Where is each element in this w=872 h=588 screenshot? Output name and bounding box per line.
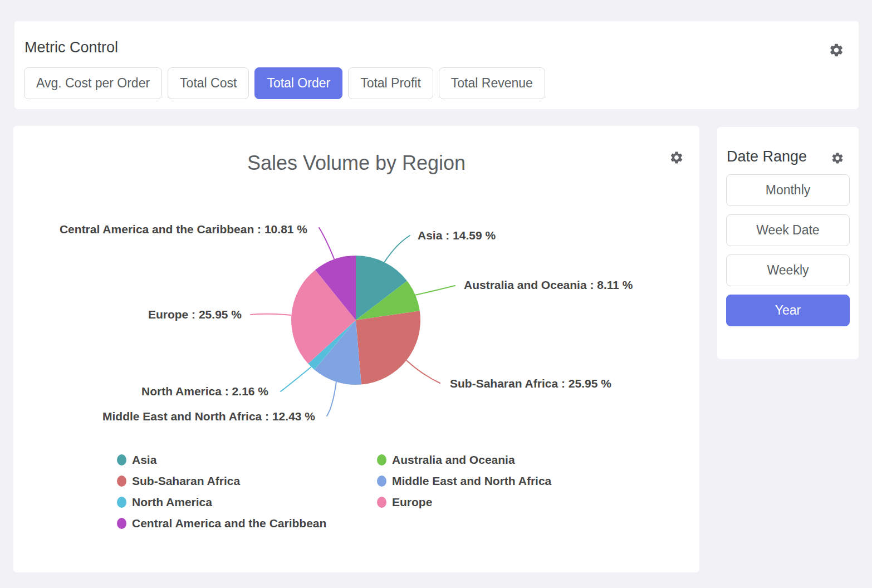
metric-button-group: Avg. Cost per Order Total Cost Total Ord…	[24, 67, 545, 99]
pie-label-europe: Europe : 25.95 %	[148, 308, 242, 321]
legend-item-europe[interactable]: Europe	[377, 496, 551, 508]
date-range-title: Date Range	[727, 148, 807, 165]
metric-control-title: Metric Control	[25, 39, 118, 56]
legend-label: Australia and Oceania	[392, 453, 515, 467]
legend-item-asia[interactable]: Asia	[117, 453, 377, 466]
legend-label: Asia	[132, 453, 156, 467]
pie-label-asia: Asia : 14.59 %	[418, 229, 496, 242]
metric-button-total-order[interactable]: Total Order	[254, 67, 342, 99]
legend-dot-icon	[377, 497, 386, 508]
pie-leader-line-north-america	[281, 367, 311, 392]
legend-label: Europe	[392, 496, 432, 509]
pie-label-central-america-and-the-caribbean: Central America and the Caribbean : 10.8…	[60, 223, 307, 236]
legend-label: Middle East and North Africa	[392, 474, 551, 488]
legend-item-sub-saharan-africa[interactable]: Sub-Saharan Africa	[117, 474, 377, 487]
legend-item-australia-and-oceania[interactable]: Australia and Oceania	[377, 453, 551, 466]
pie-leader-line-australia-and-oceania	[416, 286, 455, 295]
pie-leader-line-asia	[385, 236, 410, 262]
legend-item-north-america[interactable]: North America	[117, 496, 377, 508]
pie-slice-sub-saharan-africa[interactable]	[356, 311, 420, 384]
pie-label-sub-saharan-africa: Sub-Saharan Africa : 25.95 %	[450, 377, 611, 390]
legend-label: North America	[132, 496, 212, 509]
legend-dot-icon	[117, 476, 126, 487]
legend-dot-icon	[117, 454, 126, 465]
legend-dot-icon	[377, 476, 386, 487]
pie-leader-line-central-america-and-the-caribbean	[319, 228, 334, 259]
legend-dot-icon	[117, 497, 126, 508]
date-range-panel: Date Range Monthly Week Date Weekly Year	[717, 127, 859, 359]
pie-leader-line-sub-saharan-africa	[407, 361, 440, 383]
metric-button-total-revenue[interactable]: Total Revenue	[439, 67, 545, 99]
settings-gear-icon[interactable]	[829, 42, 844, 58]
legend-item-middle-east-and-north-africa[interactable]: Middle East and North Africa	[377, 474, 551, 487]
metric-button-total-cost[interactable]: Total Cost	[168, 67, 249, 99]
metric-control-panel: Metric Control Avg. Cost per Order Total…	[14, 21, 859, 109]
pie-label-north-america: North America : 2.16 %	[141, 385, 268, 398]
chart-legend: AsiaAustralia and OceaniaSub-Saharan Afr…	[117, 453, 551, 530]
legend-item-central-america-and-the-caribbean[interactable]: Central America and the Caribbean	[117, 517, 377, 530]
date-range-button-monthly[interactable]: Monthly	[726, 174, 850, 206]
metric-button-avg-cost-per-order[interactable]: Avg. Cost per Order	[24, 67, 162, 99]
settings-gear-icon[interactable]	[831, 151, 844, 165]
date-range-button-year[interactable]: Year	[726, 295, 850, 326]
metric-button-total-profit[interactable]: Total Profit	[348, 67, 433, 99]
pie-label-middle-east-and-north-africa: Middle East and North Africa : 12.43 %	[102, 410, 315, 423]
legend-dot-icon	[377, 454, 386, 465]
pie-leader-line-middle-east-and-north-africa	[327, 383, 336, 416]
pie-leader-line-europe	[251, 314, 291, 315]
pie-label-australia-and-oceania: Australia and Oceania : 8.11 %	[464, 278, 633, 291]
sales-volume-chart-panel: Sales Volume by Region Asia : 14.59 %Aus…	[13, 126, 699, 572]
date-range-button-week-date[interactable]: Week Date	[726, 214, 850, 246]
legend-dot-icon	[117, 518, 126, 529]
legend-label: Central America and the Caribbean	[132, 517, 326, 530]
date-range-button-weekly[interactable]: Weekly	[726, 254, 850, 286]
date-range-button-group: Monthly Week Date Weekly Year	[726, 174, 850, 326]
legend-label: Sub-Saharan Africa	[132, 474, 240, 488]
